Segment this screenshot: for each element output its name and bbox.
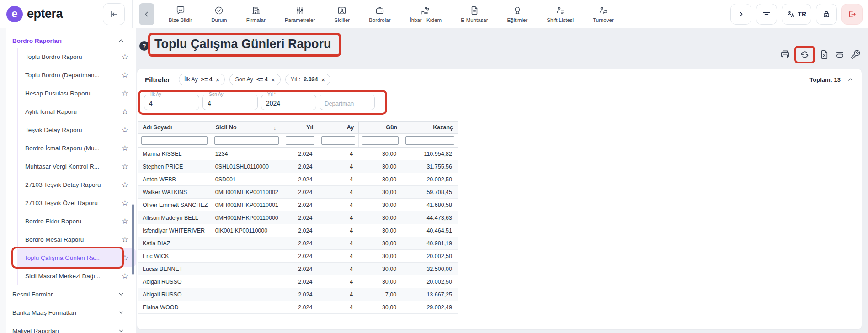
favorite-star-icon[interactable]: ☆ [122,235,128,244]
cell-yil: 2.024 [282,164,318,170]
table-row[interactable]: Marina KISSEL 1234 2.024 4 30,00 110.954… [138,148,458,160]
chip-remove-icon[interactable]: × [321,76,325,83]
logout-icon [847,10,857,19]
table-row[interactable]: Anton WEBB 0SD001 2.024 4 30,00 20.002,5… [138,173,458,186]
table-row[interactable]: Abigail RUSSO 2.024 4 7,00 13.667,25 [138,288,458,301]
brand-name: eptera [27,7,63,21]
nav-item-siciller[interactable]: Siciller [325,5,359,23]
filter-input-ay[interactable] [321,136,355,145]
collapse-table-chevron-icon[interactable] [847,77,853,83]
yil-label: Yıl * [266,92,277,97]
table-row[interactable]: Eric WICK 2.024 4 30,00 20.002,50 [138,250,458,263]
table-row[interactable]: Elaina WOOD 2.024 4 30,00 29.002,49 [138,301,458,314]
row-height-button[interactable] [835,49,845,60]
favorite-star-icon[interactable]: ☆ [122,52,128,62]
nav-item-parametreler[interactable]: Parametreler [275,5,325,23]
yil-input[interactable] [261,95,316,110]
help-icon[interactable]: ? [139,41,149,51]
column-header-gun[interactable]: Gün [358,122,402,133]
column-header-sicil-no[interactable]: Sicil No↓ [211,122,282,133]
column-header-adi-soyadi[interactable]: Adı Soyadı [138,122,211,133]
refresh-button[interactable] [799,49,810,60]
favorite-star-icon[interactable]: ☆ [122,180,128,190]
table-row[interactable]: Isfendiyar WHITERIVER 0IK001IKP00110000 … [138,224,458,237]
favorite-star-icon[interactable]: ☆ [122,253,128,263]
print-button[interactable] [780,49,790,60]
app-logo[interactable]: e eptera [6,6,63,22]
sidebar-report-item[interactable]: Teşvik Detay Raporu ☆ [18,121,136,139]
filter-input-gun[interactable] [362,136,399,145]
nav-item-turnover[interactable]: Turnover [583,5,623,23]
nav-item-e-muhtasar[interactable]: E-Muhtasar [451,5,497,23]
nav-item-firmalar[interactable]: Firmalar [237,5,275,23]
nav-item-durum[interactable]: Durum [202,5,237,23]
favorite-star-icon[interactable]: ☆ [122,217,128,226]
nav-item-ihbar-kidem[interactable]: İhbar - Kıdem [400,5,451,23]
sidebar-scrollbar-thumb[interactable] [132,204,134,275]
nav-item-egitimler[interactable]: Eğitimler [498,5,538,23]
departman-input[interactable] [320,95,374,110]
sidebar-section[interactable]: Maliyet Raporları [6,322,136,333]
sidebar-report-item[interactable]: Muhtasar Vergi Kontrol R... ☆ [18,157,136,175]
column-header-ay[interactable]: Ay [318,122,358,133]
nav-item-bize-bildir[interactable]: Bize Bildir [159,5,202,23]
sidebar-report-item[interactable]: Toplu Çalışma Günleri Ra... ☆ [17,248,136,267]
sidebar-report-item[interactable]: 27103 Teşvik Özet Raporu ☆ [18,194,136,212]
table-row[interactable]: Oliver Emmett SANCHEZ 0MH001MHKP00110001… [138,199,458,211]
table-row[interactable]: Abigail RUSSO 2.024 4 30,00 20.002,50 [138,275,458,288]
table-row[interactable]: Lucas BENNET 2.024 4 30,00 32.500,00 [138,263,458,275]
table-row[interactable]: Allison Madelyn BELL 0MH001MHKP00110000 … [138,211,458,224]
filter-input-sicil-no[interactable] [214,136,279,145]
nav-items: Bize Bildir Durum Firmalar Parametreler … [159,5,623,23]
column-header-kazanc[interactable]: Kazanç [402,122,458,133]
sidebar-report-item[interactable]: Bordro Mesai Raporu ☆ [18,230,136,248]
sidebar-report-item[interactable]: Aylık İcmal Raporu ☆ [18,102,136,121]
column-header-yil[interactable]: Yıl [282,122,318,133]
sidebar-section[interactable]: Resmi Formlar [6,285,136,303]
sidebar-report-item[interactable]: Bordro İcmal Raporu (Mu... ☆ [18,139,136,157]
sidebar-report-item[interactable]: Hesap Pusulası Raporu ☆ [18,84,136,102]
chip-remove-icon[interactable]: × [271,76,275,83]
sidebar-collapse-button[interactable] [103,3,125,25]
sidebar-report-item[interactable]: Toplu Bordro Raporu ☆ [18,48,136,66]
filter-input-kazanc[interactable] [405,136,454,145]
sidebar-section[interactable]: Banka Maaş Formatları [6,303,136,322]
nav-item-bordrolar[interactable]: Bordrolar [359,5,400,23]
filter-button[interactable] [756,4,777,25]
ilk-ay-input[interactable] [144,95,199,110]
table-row[interactable]: Walker WATKINS 0MH001MHKP00110002 2.024 … [138,186,458,199]
nav-scroll-left-button[interactable] [139,3,154,25]
language-button[interactable]: TR [782,4,811,25]
favorite-star-icon[interactable]: ☆ [122,162,128,171]
favorite-star-icon[interactable]: ☆ [122,89,128,98]
table-row[interactable]: Stephen PRICE 0SHL01SHL0110000 2.024 4 3… [138,160,458,173]
sidebar-group-bordro-raporlari[interactable]: Bordro Raporları [6,34,136,48]
settings-wrench-button[interactable] [850,49,861,60]
favorite-star-icon[interactable]: ☆ [122,198,128,208]
sidebar-report-item[interactable]: Toplu Bordro (Departman... ☆ [18,66,136,84]
nav-item-shift-listesi[interactable]: Shift Listesi [537,5,583,23]
logout-button[interactable] [841,4,863,25]
nav-scroll-right-button[interactable] [730,4,751,25]
filter-input-yil[interactable] [286,136,315,145]
favorite-star-icon[interactable]: ☆ [122,107,128,116]
chip-remove-icon[interactable]: × [216,76,220,83]
filter-chip[interactable]: Son Ay <= 4 × [229,74,280,85]
sidebar-report-item[interactable]: Bordro Ekler Raporu ☆ [18,212,136,230]
favorite-star-icon[interactable]: ☆ [122,271,128,281]
sidebar: Bordro Raporları Toplu Bordro Raporu ☆ T… [6,28,136,333]
favorite-star-icon[interactable]: ☆ [122,125,128,135]
sidebar-report-item[interactable]: 27103 Teşvik Detay Raporu ☆ [18,175,136,194]
sidebar-report-item[interactable]: Sicil Masraf Merkezi Dağı... ☆ [18,267,136,285]
table-row[interactable]: Katia DIAZ 2.024 4 30,00 40.981,19 [138,237,458,250]
lock-button[interactable] [816,4,837,25]
favorite-star-icon[interactable]: ☆ [122,70,128,80]
filter-chip[interactable]: İlk Ay >= 4 × [179,74,225,85]
son-ay-input[interactable] [203,95,257,110]
export-excel-button[interactable] [819,49,830,60]
favorite-star-icon[interactable]: ☆ [122,143,128,153]
cell-yil: 2.024 [282,176,318,183]
filter-input-adi-soyadi[interactable] [141,136,208,145]
filter-chip[interactable]: Yıl : 2.024 × [285,74,331,85]
sort-desc-icon[interactable]: ↓ [273,124,277,131]
